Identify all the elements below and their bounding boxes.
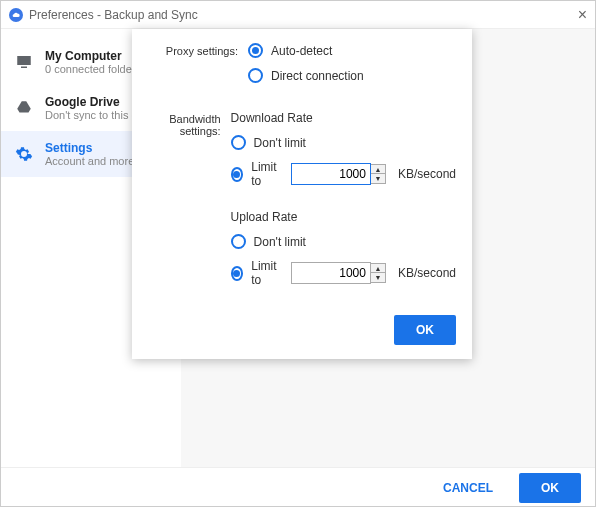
radio-icon [248, 43, 263, 58]
radio-icon [248, 68, 263, 83]
download-dont-limit-radio[interactable]: Don't limit [231, 135, 456, 150]
upload-limit-spinner[interactable]: ▲ ▼ [371, 263, 386, 283]
download-rate-heading: Download Rate [231, 111, 456, 125]
proxy-auto-detect-radio[interactable]: Auto-detect [248, 43, 456, 58]
network-settings-dialog: Proxy settings: Auto-detect Direct conne… [132, 29, 472, 359]
radio-icon [231, 167, 244, 182]
upload-dont-limit-radio[interactable]: Don't limit [231, 234, 456, 249]
radio-icon [231, 234, 246, 249]
footer: CANCEL OK [1, 467, 595, 507]
upload-unit-label: KB/second [398, 266, 456, 280]
bandwidth-settings-label: Bandwidth settings: [148, 111, 231, 137]
radio-label: Don't limit [254, 136, 306, 150]
radio-icon [231, 135, 246, 150]
spinner-up-icon[interactable]: ▲ [371, 165, 385, 174]
close-icon[interactable]: × [578, 6, 587, 24]
radio-icon [231, 266, 244, 281]
spinner-up-icon[interactable]: ▲ [371, 264, 385, 273]
radio-label: Limit to [251, 160, 281, 188]
radio-label: Direct connection [271, 69, 364, 83]
proxy-settings-label: Proxy settings: [148, 43, 248, 57]
spinner-down-icon[interactable]: ▼ [371, 273, 385, 282]
upload-rate-heading: Upload Rate [231, 210, 456, 224]
app-cloud-icon [9, 8, 23, 22]
proxy-direct-radio[interactable]: Direct connection [248, 68, 456, 83]
radio-label: Auto-detect [271, 44, 332, 58]
spinner-down-icon[interactable]: ▼ [371, 174, 385, 183]
sidebar-item-sub: 0 connected folders [45, 63, 141, 75]
download-limit-radio[interactable]: Limit to ▲ ▼ KB/second [231, 160, 456, 188]
radio-label: Don't limit [254, 235, 306, 249]
upload-limit-input[interactable] [291, 262, 371, 284]
gear-icon [15, 145, 33, 163]
window-title: Preferences - Backup and Sync [29, 8, 198, 22]
download-limit-spinner[interactable]: ▲ ▼ [371, 164, 386, 184]
upload-limit-radio[interactable]: Limit to ▲ ▼ KB/second [231, 259, 456, 287]
titlebar: Preferences - Backup and Sync × [1, 1, 595, 29]
cancel-button[interactable]: CANCEL [429, 473, 507, 503]
sidebar-item-label: My Computer [45, 49, 141, 63]
download-limit-input[interactable] [291, 163, 371, 185]
ok-button[interactable]: OK [519, 473, 581, 503]
dialog-ok-button[interactable]: OK [394, 315, 456, 345]
sidebar-item-label: Settings [45, 141, 134, 155]
monitor-icon [15, 53, 33, 71]
drive-icon [15, 99, 33, 117]
sidebar-item-sub: Account and more [45, 155, 134, 167]
radio-label: Limit to [251, 259, 281, 287]
download-unit-label: KB/second [398, 167, 456, 181]
